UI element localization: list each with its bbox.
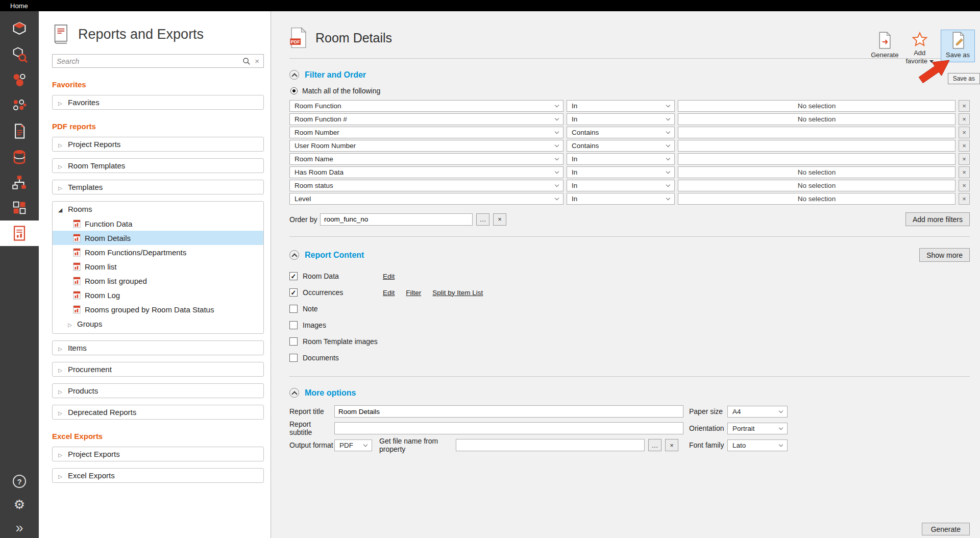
collapse-expander-icon[interactable]	[57, 205, 63, 213]
tree-item-groups[interactable]: Groups	[53, 316, 263, 331]
collapse-section-icon[interactable]	[289, 250, 299, 260]
tree-item-room-templates[interactable]: Room Templates	[52, 158, 264, 173]
rail-item-plan-search[interactable]	[0, 42, 39, 67]
expander-icon[interactable]	[57, 183, 63, 191]
rail-item-reports-and-exports[interactable]	[0, 221, 39, 246]
expander-icon[interactable]	[57, 344, 63, 352]
tree-item-rooms-header[interactable]: Rooms	[53, 202, 263, 216]
filter-operator-dropdown[interactable]: In	[567, 180, 675, 191]
rail-item-documents[interactable]	[0, 118, 39, 144]
help-icon[interactable]	[13, 475, 26, 488]
filter-value-box[interactable]: No selection	[678, 166, 955, 178]
split-by-item-list-link[interactable]: Split by Item List	[432, 289, 483, 297]
room-template-images-checkbox[interactable]	[289, 337, 298, 346]
filter-value-box[interactable]: No selection	[678, 100, 955, 112]
report-subtitle-input[interactable]	[334, 422, 683, 434]
tree-item-procurement[interactable]: Procurement	[52, 362, 264, 377]
filter-value-box[interactable]	[678, 127, 955, 138]
tree-item-items[interactable]: Items	[52, 340, 264, 355]
home-label[interactable]: Home	[10, 2, 28, 10]
show-more-button[interactable]: Show more	[919, 248, 970, 262]
tree-item-deprecated-reports[interactable]: Deprecated Reports	[52, 405, 264, 420]
file-name-property-input[interactable]	[456, 439, 645, 451]
order-by-browse-button[interactable]	[476, 213, 489, 226]
filter-operator-dropdown[interactable]: In	[567, 193, 675, 205]
report-item-room-functions-departments[interactable]: Room Functions/Departments	[53, 245, 263, 259]
filter-remove-button[interactable]	[959, 180, 970, 191]
add-more-filters-button[interactable]: Add more filters	[905, 212, 970, 226]
report-item-room-list[interactable]: Room list	[53, 259, 263, 274]
collapse-section-icon[interactable]	[289, 388, 299, 398]
filter-value-box[interactable]: No selection	[678, 180, 955, 191]
edit-link[interactable]: Edit	[383, 273, 395, 280]
rail-item-database[interactable]	[0, 144, 39, 169]
rail-item-site-plan[interactable]	[0, 16, 39, 42]
order-by-clear-button[interactable]	[493, 213, 506, 226]
match-all-radio[interactable]	[290, 87, 298, 94]
filter-field-dropdown[interactable]: Room Function #	[289, 113, 564, 125]
expander-icon[interactable]	[57, 471, 63, 480]
filter-remove-button[interactable]	[959, 113, 970, 125]
filter-field-dropdown[interactable]: Room status	[289, 180, 564, 191]
rail-item-workflow[interactable]	[0, 169, 39, 195]
filter-operator-dropdown[interactable]: In	[567, 100, 675, 112]
tree-item-project-reports[interactable]: Project Reports	[52, 137, 264, 152]
filter-operator-dropdown[interactable]: In	[567, 153, 675, 165]
filter-remove-button[interactable]	[959, 100, 970, 112]
tree-item-project-exports[interactable]: Project Exports	[52, 447, 264, 461]
file-name-browse-button[interactable]	[648, 439, 662, 451]
edit-link[interactable]: Edit	[383, 289, 395, 297]
report-item-room-details[interactable]: Room Details	[53, 231, 263, 245]
report-item-function-data[interactable]: Function Data	[53, 216, 263, 231]
tree-item-templates[interactable]: Templates	[52, 180, 264, 194]
collapse-section-icon[interactable]	[289, 70, 299, 80]
expander-icon[interactable]	[57, 408, 63, 417]
filter-remove-button[interactable]	[959, 127, 970, 138]
room-data-checkbox[interactable]	[289, 272, 298, 280]
clear-search-icon[interactable]	[255, 57, 259, 65]
filter-value-box[interactable]	[678, 153, 955, 165]
expander-icon[interactable]	[57, 450, 63, 458]
note-checkbox[interactable]	[289, 305, 298, 313]
search-box[interactable]	[52, 54, 264, 68]
expander-icon[interactable]	[57, 140, 63, 149]
rail-item-buildings[interactable]	[0, 195, 39, 221]
report-item-room-list-grouped[interactable]: Room list grouped	[53, 274, 263, 288]
output-format-dropdown[interactable]: PDF	[334, 439, 372, 451]
filter-field-dropdown[interactable]: Has Room Data	[289, 166, 564, 178]
expander-icon[interactable]	[57, 98, 63, 107]
filter-operator-dropdown[interactable]: Contains	[567, 127, 675, 138]
report-item-room-log[interactable]: Room Log	[53, 288, 263, 302]
expander-icon[interactable]	[67, 320, 73, 328]
expander-icon[interactable]	[57, 365, 63, 374]
filter-operator-dropdown[interactable]: In	[567, 113, 675, 125]
settings-gear-icon[interactable]	[14, 498, 25, 511]
filter-remove-button[interactable]	[959, 193, 970, 205]
filter-operator-dropdown[interactable]: In	[567, 166, 675, 178]
filter-field-dropdown[interactable]: Room Function	[289, 100, 564, 112]
images-checkbox[interactable]	[289, 321, 298, 329]
filter-remove-button[interactable]	[959, 140, 970, 152]
paper-size-dropdown[interactable]: A4	[727, 406, 788, 418]
documents-checkbox[interactable]	[289, 354, 298, 362]
generate-tool[interactable]: Generate	[871, 32, 898, 59]
generate-button[interactable]: Generate	[922, 523, 970, 535]
tree-item-products[interactable]: Products	[52, 383, 264, 398]
filter-value-box[interactable]	[678, 140, 955, 152]
tree-item-favorites[interactable]: Favorites	[52, 95, 264, 110]
filter-value-box[interactable]: No selection	[678, 113, 955, 125]
occurrences-checkbox[interactable]	[289, 288, 298, 297]
filter-value-box[interactable]: No selection	[678, 193, 955, 205]
filter-field-dropdown[interactable]: Level	[289, 193, 564, 205]
file-name-clear-button[interactable]	[665, 439, 678, 451]
filter-field-dropdown[interactable]: Room Name	[289, 153, 564, 165]
rail-item-room-planning[interactable]	[0, 67, 39, 93]
filter-field-dropdown[interactable]: Room Number	[289, 127, 564, 138]
filter-field-dropdown[interactable]: User Room Number	[289, 140, 564, 152]
expander-icon[interactable]	[57, 161, 63, 170]
orientation-dropdown[interactable]: Portrait	[727, 423, 788, 434]
collapse-rail-icon[interactable]	[15, 521, 23, 535]
filter-link[interactable]: Filter	[406, 289, 421, 297]
report-item-rooms-grouped-by-status[interactable]: Rooms grouped by Room Data Status	[53, 302, 263, 316]
font-family-dropdown[interactable]: Lato	[727, 439, 788, 451]
